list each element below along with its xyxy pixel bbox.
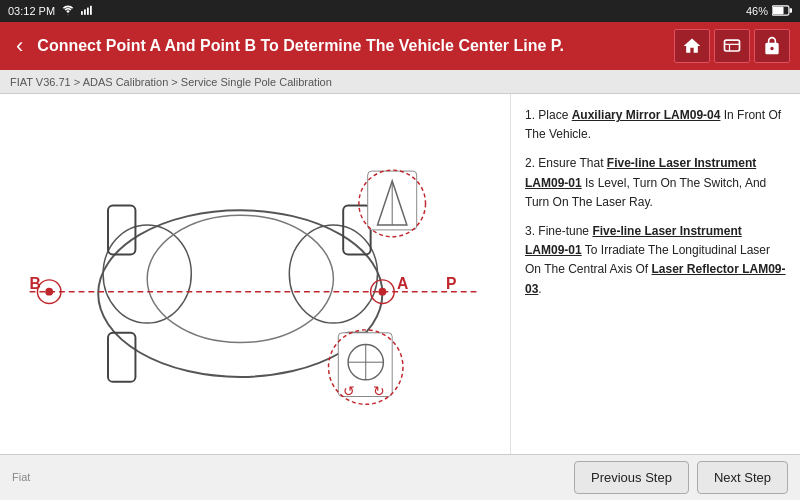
instruction-1: 1. Place Auxiliary Mirror LAM09-04 In Fr… (525, 106, 786, 144)
wifi-icon (61, 4, 75, 18)
svg-rect-2 (87, 8, 89, 15)
svg-text:B: B (30, 275, 41, 292)
status-left: 03:12 PM (8, 4, 93, 18)
header-icons (674, 29, 790, 63)
svg-rect-0 (81, 11, 83, 15)
svg-text:P: P (446, 275, 456, 292)
svg-text:↻: ↻ (373, 385, 385, 400)
back-button[interactable]: ‹ (10, 31, 29, 61)
breadcrumb: FIAT V36.71 > ADAS Calibration > Service… (0, 70, 800, 94)
instruction-3: 3. Fine-tune Five-line Laser Instrument … (525, 222, 786, 299)
instruction-3-prefix: 3. Fine-tune (525, 224, 592, 238)
battery-percent: 46% (746, 5, 768, 17)
instruction-1-prefix: 1. Place (525, 108, 572, 122)
svg-rect-5 (773, 6, 784, 14)
time-display: 03:12 PM (8, 5, 55, 17)
instructions-area: 1. Place Auxiliary Mirror LAM09-04 In Fr… (510, 94, 800, 454)
breadcrumb-text: FIAT V36.71 > ADAS Calibration > Service… (10, 76, 332, 88)
next-step-button[interactable]: Next Step (697, 461, 788, 494)
instruction-1-bold: Auxiliary Mirror LAM09-04 (572, 108, 721, 122)
header-title: Connect Point A And Point B To Determine… (37, 37, 666, 55)
svg-rect-1 (84, 9, 86, 14)
svg-text:↺: ↺ (343, 385, 355, 400)
home-button[interactable] (674, 29, 710, 63)
instruction-3-suffix2: . (538, 282, 541, 296)
instruction-2-prefix: 2. Ensure That (525, 156, 607, 170)
main-content: A B P (0, 94, 800, 454)
diagram-area: A B P (0, 94, 510, 454)
brand-label: Fiat (12, 454, 30, 500)
instruction-2: 2. Ensure That Five-line Laser Instrumen… (525, 154, 786, 212)
signal-icon (81, 4, 93, 18)
previous-step-button[interactable]: Previous Step (574, 461, 689, 494)
adas-button[interactable] (714, 29, 750, 63)
battery-icon (772, 5, 792, 18)
svg-rect-3 (90, 6, 92, 15)
svg-rect-7 (725, 40, 740, 51)
svg-text:A: A (397, 275, 408, 292)
status-right: 46% (746, 5, 792, 18)
header: ‹ Connect Point A And Point B To Determi… (0, 22, 800, 70)
footer: Fiat Previous Step Next Step (0, 454, 800, 500)
svg-point-13 (147, 215, 333, 342)
svg-rect-6 (790, 8, 792, 13)
car-diagram: A B P (10, 104, 500, 444)
status-bar: 03:12 PM 46% (0, 0, 800, 22)
share-button[interactable] (754, 29, 790, 63)
